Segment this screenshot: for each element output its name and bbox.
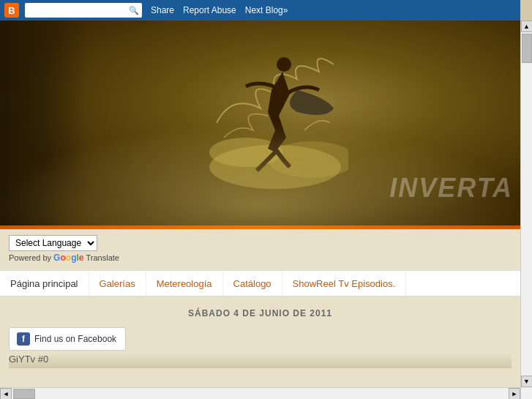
inverta-watermark: INVERTA bbox=[389, 173, 513, 204]
language-select-row: Select Language bbox=[9, 235, 512, 251]
next-blog-link[interactable]: Next Blog» bbox=[245, 5, 288, 15]
scroll-left-button[interactable]: ◄ bbox=[0, 388, 12, 400]
scroll-thumb-bottom[interactable] bbox=[13, 389, 35, 399]
blogger-bar: B 🔍 Share Report Abuse Next Blog» bbox=[0, 0, 520, 20]
tab-pagina-principal[interactable]: Página principal bbox=[0, 271, 89, 296]
tab-galerias[interactable]: Galerías bbox=[89, 271, 146, 296]
language-select[interactable]: Select Language bbox=[9, 235, 97, 251]
tab-catalogo[interactable]: Catálogo bbox=[223, 271, 282, 296]
share-link[interactable]: Share bbox=[151, 5, 174, 15]
blogger-search-input[interactable] bbox=[28, 6, 129, 15]
google-logo: Google bbox=[53, 253, 83, 263]
scrollbar-right: ▲ ▼ bbox=[520, 20, 532, 399]
nav-tabs: Página principal Galerías Metereología C… bbox=[0, 270, 520, 297]
post-partial-text: GiYTv #0 bbox=[9, 354, 512, 368]
powered-by-text: Powered by bbox=[9, 253, 51, 262]
scroll-down-button[interactable]: ▼ bbox=[521, 376, 533, 387]
tab-metereologia[interactable]: Metereología bbox=[146, 271, 223, 296]
content-area: Select Language Powered by Google Transl… bbox=[0, 229, 520, 399]
date-header: SÁBADO 4 DE JUNIO DE 2011 bbox=[9, 308, 512, 318]
translate-text: Translate bbox=[86, 253, 119, 262]
facebook-icon: f bbox=[17, 332, 30, 346]
scroll-right-button[interactable]: ► bbox=[509, 388, 520, 400]
blogger-search-box[interactable]: 🔍 bbox=[25, 3, 142, 18]
scrollbar-bottom: ◄ ► bbox=[0, 387, 520, 399]
search-icon: 🔍 bbox=[129, 6, 139, 15]
scroll-thumb-right[interactable] bbox=[522, 34, 532, 63]
hero-image: INVERTA bbox=[0, 20, 520, 225]
scroll-up-button[interactable]: ▲ bbox=[521, 20, 533, 32]
tab-showreel[interactable]: ShowReel Tv Episodios. bbox=[282, 271, 407, 296]
powered-by: Powered by Google Translate bbox=[9, 253, 512, 263]
facebook-label: Find us on Facebook bbox=[34, 334, 116, 344]
blogger-nav: Share Report Abuse Next Blog» bbox=[151, 5, 288, 15]
report-abuse-link[interactable]: Report Abuse bbox=[183, 5, 236, 15]
language-section: Select Language Powered by Google Transl… bbox=[0, 229, 520, 266]
main-content: SÁBADO 4 DE JUNIO DE 2011 f Find us on F… bbox=[0, 297, 520, 399]
facebook-widget[interactable]: f Find us on Facebook bbox=[9, 327, 126, 351]
blogger-logo: B bbox=[4, 3, 19, 18]
